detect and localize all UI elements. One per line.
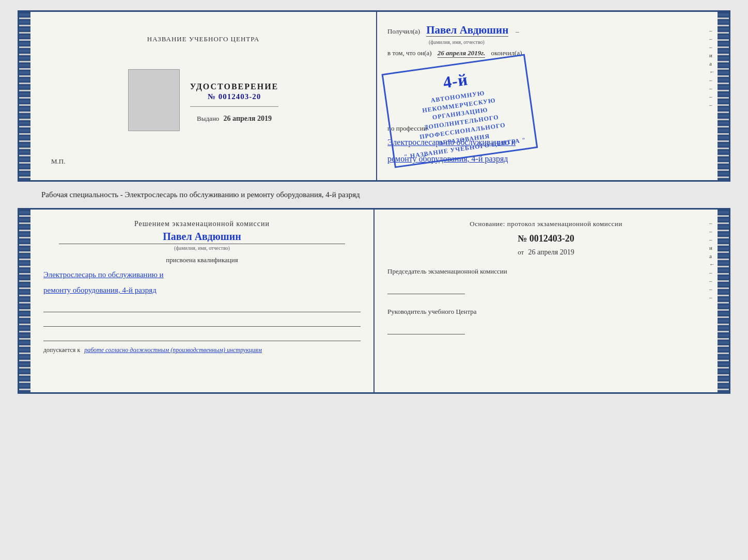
left-binding [19, 12, 30, 180]
side-char-a: а [709, 60, 715, 67]
side-dash1: – [709, 27, 715, 34]
bottom-right-panel: Основание: протокол экзаменационной коми… [375, 210, 718, 392]
right-binding [718, 12, 729, 180]
side-char-i: и [709, 52, 715, 58]
bottom-right-binding [718, 210, 729, 392]
bottom-side-dash4: – [709, 269, 715, 276]
chairman-sig-line [387, 284, 465, 294]
bottom-side-dash3: – [709, 236, 715, 243]
qualification-line1: Электрослесарь по обслуживанию и [43, 267, 361, 282]
side-dash3: – [709, 44, 715, 50]
allowed-label: допускается к [43, 346, 80, 354]
bottom-side-char-i: и [709, 245, 715, 251]
qualification-assigned: присвоена квалификация [43, 256, 361, 264]
basis-label: Основание: протокол экзаменационной коми… [387, 220, 705, 228]
mp-label: М.П. [51, 157, 65, 165]
bottom-left-binding [19, 210, 30, 392]
director-sig-line [387, 324, 465, 334]
bottom-name-subtitle: (фамилия, имя, отчество) [59, 244, 345, 251]
cert-type-label: УДОСТОВЕРЕНИЕ [190, 82, 279, 91]
chairman-title: Председатель экзаменационной комиссии [387, 267, 705, 276]
bottom-side-dash7: – [709, 294, 715, 300]
issued-date: 26 апреля 2019 [224, 115, 272, 122]
bottom-document: Решением экзаменационной комиссии Павел … [18, 208, 730, 394]
bottom-left-panel: Решением экзаменационной комиссии Павел … [30, 210, 375, 392]
sig-line3 [43, 331, 361, 341]
sig-line2 [43, 316, 361, 327]
cert-number: № 0012403-20 [190, 92, 279, 101]
bottom-side-char-arrow: ← [709, 261, 715, 267]
qualification-line2: ремонту оборудования, 4-й разряд [43, 282, 361, 298]
middle-description: Рабочая специальность - Электрослесарь п… [36, 190, 712, 199]
date-from-label: от [518, 248, 524, 256]
side-char-arrow: ← [709, 69, 715, 75]
bottom-side-dash5: – [709, 278, 715, 284]
training-center-title-top: НАЗВАНИЕ УЧЕБНОГО ЦЕНТРА [147, 35, 259, 43]
allowed-text: работе согласно должностным (производств… [84, 346, 262, 354]
top-right-panel: Получил(а) Павел Авдюшин – (фамилия, имя… [377, 12, 718, 180]
side-dash6: – [709, 93, 715, 100]
date-text: 26 апреля 2019г. [438, 49, 485, 58]
commission-text: Решением экзаменационной комиссии [43, 220, 361, 228]
bottom-person-name: Павел Авдюшин [43, 231, 361, 243]
protocol-number: № 0012403-20 [387, 233, 705, 244]
side-dash7: – [709, 102, 715, 108]
name-subtitle-top: (фамилия, имя, отчество) [429, 39, 707, 45]
stamp-overlay: 4-й АВТОНОМНУЮ НЕКОММЕРЧЕСКУЮ ОРГАНИЗАЦИ… [382, 54, 538, 168]
side-dash2: – [709, 36, 715, 42]
side-dash5: – [709, 85, 715, 91]
date-from: 26 апреля 2019 [528, 248, 574, 256]
bottom-side-dash2: – [709, 228, 715, 234]
bottom-side-char-a: а [709, 253, 715, 259]
bottom-side-dash6: – [709, 286, 715, 292]
photo-placeholder [128, 69, 180, 131]
top-document: НАЗВАНИЕ УЧЕБНОГО ЦЕНТРА УДОСТОВЕРЕНИЕ №… [18, 10, 730, 182]
sig-line1 [43, 302, 361, 312]
issued-label: Выдано [197, 115, 219, 122]
side-dash4: – [709, 77, 715, 83]
received-label: Получил(а) [387, 27, 420, 35]
top-left-panel: НАЗВАНИЕ УЧЕБНОГО ЦЕНТРА УДОСТОВЕРЕНИЕ №… [30, 12, 377, 180]
in-that-label: в том, что он(а) [387, 49, 432, 57]
director-title: Руководитель учебного Центра [387, 307, 705, 316]
bottom-side-dash1: – [709, 220, 715, 226]
recipient-name: Павел Авдюшин [426, 24, 508, 37]
